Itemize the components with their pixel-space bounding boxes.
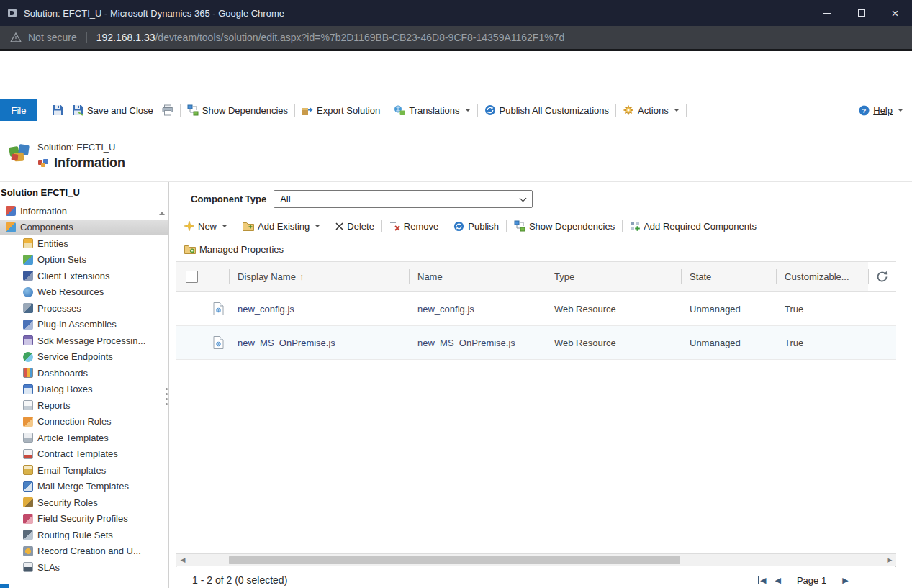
address-bar[interactable]: Not secure 192.168.1.33/devteam/tools/so… — [0, 26, 912, 49]
column-header-state[interactable]: State — [681, 262, 776, 291]
show-dependencies-icon — [514, 220, 525, 232]
column-header-customizable[interactable]: Customizable... — [776, 262, 868, 291]
sidebar-splitter-handle[interactable] — [163, 384, 169, 410]
table-row[interactable]: new_MS_OnPremise.js new_MS_OnPremise.js … — [176, 326, 896, 360]
column-header-name[interactable]: Name — [409, 262, 546, 291]
sidebar-item-reports[interactable]: Reports — [0, 397, 168, 414]
scroll-right-button[interactable]: ▶ — [883, 554, 896, 566]
close-button[interactable]: × — [878, 0, 912, 26]
divider — [764, 220, 764, 232]
actions-button[interactable]: Actions — [618, 100, 684, 120]
sidebar-item-label: Mail Merge Templates — [37, 481, 129, 492]
print-icon — [162, 104, 173, 116]
sidebar-item-icon — [23, 481, 33, 492]
sidebar-item-label: Email Templates — [37, 465, 106, 476]
first-page-button[interactable]: ◀ — [758, 576, 766, 584]
sidebar-item-sdk-message-processin[interactable]: Sdk Message Processin... — [0, 333, 168, 349]
sidebar-item-label: Dashboards — [37, 368, 88, 379]
sidebar-item-dialog-boxes[interactable]: Dialog Boxes — [0, 381, 168, 398]
grid-toolbar: New Add Existing Delete Remove — [179, 216, 767, 236]
publish-all-label: Publish All Customizations — [500, 105, 609, 116]
sidebar-item-icon — [23, 433, 33, 443]
sidebar-item-plug-in-assemblies[interactable]: Plug-in Assemblies — [0, 317, 168, 333]
sidebar-item-service-endpoints[interactable]: Service Endpoints — [0, 349, 168, 366]
sidebar-item-field-security-profiles[interactable]: Field Security Profiles — [0, 511, 168, 528]
minimize-button[interactable] — [811, 0, 844, 26]
add-required-components-icon — [630, 221, 640, 231]
sidebar-item-slas[interactable]: SLAs — [0, 559, 168, 576]
sidebar-item-components[interactable]: Components — [0, 220, 168, 236]
publish-label: Publish — [468, 221, 499, 232]
refresh-button[interactable] — [868, 262, 896, 291]
add-existing-button[interactable]: Add Existing — [238, 221, 325, 232]
divider — [180, 104, 181, 117]
divider — [387, 104, 387, 117]
column-header-display-name[interactable]: Display Name ↑ — [229, 262, 409, 291]
horizontal-scrollbar[interactable]: ◀ ▶ — [176, 553, 896, 566]
publish-button[interactable]: Publish — [448, 221, 504, 232]
select-all-checkbox[interactable] — [186, 271, 198, 283]
sidebar-item-contract-templates[interactable]: Contract Templates — [0, 446, 168, 463]
delete-button[interactable]: Delete — [330, 221, 379, 232]
print-button[interactable] — [158, 100, 178, 120]
sidebar-item-label: Sdk Message Processin... — [37, 335, 145, 346]
scrollbar-thumb[interactable] — [229, 556, 680, 564]
sidebar-item-processes[interactable]: Processes — [0, 300, 168, 317]
sidebar-item-connection-roles[interactable]: Connection Roles — [0, 414, 168, 430]
page-number-label: Page 1 — [797, 575, 826, 586]
remove-label: Remove — [404, 221, 438, 232]
sidebar-item-icon — [23, 546, 33, 556]
managed-properties-button[interactable]: Managed Properties — [179, 244, 289, 255]
table-row[interactable]: new_config.js new_config.js Web Resource… — [176, 292, 896, 326]
type-header-label: Type — [554, 271, 574, 282]
sidebar-item-security-roles[interactable]: Security Roles — [0, 494, 168, 511]
publish-all-customizations-button[interactable]: Publish All Customizations — [480, 100, 613, 120]
display-name-header-label: Display Name — [238, 271, 296, 282]
sidebar-item-record-creation-and-u[interactable]: Record Creation and U... — [0, 543, 168, 560]
export-solution-button[interactable]: Export Solution — [297, 100, 384, 120]
window-title: Solution: EFCTI_U - Microsoft Dynamics 3… — [24, 8, 284, 19]
url-text[interactable]: 192.168.1.33/devteam/tools/solution/edit… — [96, 32, 565, 43]
divider — [615, 104, 616, 117]
sidebar-item-information[interactable]: Information — [0, 203, 168, 220]
show-dependencies-button[interactable]: Show Dependencies — [183, 100, 292, 120]
sidebar-item-option-sets[interactable]: Option Sets — [0, 252, 168, 268]
page-title: Information — [54, 155, 125, 171]
cell-customizable: True — [785, 338, 803, 348]
main-content: Component Type All New Add Existing Dele — [176, 182, 896, 588]
maximize-button[interactable] — [844, 0, 878, 26]
save-and-close-button[interactable]: Save and Close — [68, 100, 158, 120]
triangle-up-icon — [159, 212, 165, 215]
chevron-down-icon — [465, 109, 471, 112]
solution-icon-small — [37, 158, 49, 168]
scroll-left-button[interactable]: ◀ — [176, 554, 189, 566]
help-button[interactable]: ? Help — [854, 100, 908, 120]
new-button[interactable]: New — [179, 221, 232, 232]
component-type-value: All — [280, 194, 290, 204]
divider — [622, 220, 623, 232]
file-menu-button[interactable]: File — [0, 99, 37, 121]
translations-button[interactable]: Translations — [389, 100, 474, 120]
remove-button[interactable]: Remove — [384, 221, 443, 232]
sidebar-item-article-templates[interactable]: Article Templates — [0, 430, 168, 446]
next-page-button[interactable]: ▶ — [842, 576, 848, 584]
component-type-select[interactable]: All — [274, 190, 533, 208]
add-required-components-button[interactable]: Add Required Components — [625, 221, 762, 232]
security-label[interactable]: Not secure — [28, 32, 77, 43]
close-icon: × — [892, 7, 899, 19]
cell-display-name[interactable]: new_config.js — [238, 304, 294, 315]
sidebar-item-routing-rule-sets[interactable]: Routing Rule Sets — [0, 527, 168, 543]
grid-show-dependencies-button[interactable]: Show Dependencies — [509, 220, 620, 232]
sidebar-item-entities[interactable]: Entities — [0, 235, 168, 252]
sidebar-item-mail-merge-templates[interactable]: Mail Merge Templates — [0, 479, 168, 495]
sidebar-scroll-up-button[interactable] — [158, 209, 166, 217]
save-button[interactable] — [48, 100, 68, 120]
column-header-type[interactable]: Type — [546, 262, 681, 291]
previous-page-button[interactable]: ◀ — [775, 576, 780, 584]
sidebar-item-email-templates[interactable]: Email Templates — [0, 462, 168, 479]
sidebar-item-icon — [23, 368, 33, 378]
sidebar-item-web-resources[interactable]: Web Resources — [0, 284, 168, 301]
sidebar-item-dashboards[interactable]: Dashboards — [0, 365, 168, 381]
sidebar-item-client-extensions[interactable]: Client Extensions — [0, 268, 168, 284]
cell-display-name[interactable]: new_MS_OnPremise.js — [238, 338, 335, 348]
